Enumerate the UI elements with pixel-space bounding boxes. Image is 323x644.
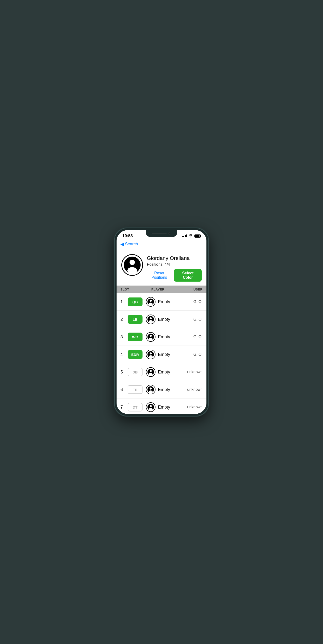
back-button[interactable]: ◀ Search [120, 241, 138, 247]
user-label: unknown [179, 405, 203, 409]
avatar-silhouette-icon [124, 256, 141, 274]
status-time: 10:53 [122, 234, 133, 238]
position-badge[interactable]: TE [128, 385, 142, 394]
position-badge[interactable]: LB [128, 315, 142, 324]
profile-positions: Positions: 4/4 [147, 262, 202, 267]
header-slot: SLOT [120, 288, 132, 291]
table-row[interactable]: 3 WR Empty G. O. [117, 328, 206, 346]
user-label: unknown [179, 388, 203, 392]
slot-number: 7 [120, 405, 128, 410]
speaker [152, 233, 167, 234]
wifi-icon [189, 234, 193, 238]
position-badge[interactable]: QB [128, 298, 142, 306]
player-avatar [146, 297, 155, 306]
player-name: Empty [158, 352, 179, 357]
player-avatar-icon [147, 386, 154, 393]
table-row[interactable]: 4 EDR Empty G. O. [117, 346, 206, 363]
slot-number: 6 [120, 387, 128, 392]
header-user: USER [179, 288, 203, 291]
svg-point-19 [150, 388, 152, 390]
player-avatar-icon [147, 316, 154, 323]
player-avatar [146, 402, 155, 412]
notch [146, 230, 177, 237]
position-badge[interactable]: EDR [128, 350, 142, 359]
player-avatar [146, 367, 155, 377]
position-badge[interactable]: DB [128, 368, 142, 376]
user-label: G. O. [179, 335, 203, 339]
select-color-button[interactable]: Select Color [174, 269, 202, 282]
player-avatar [146, 332, 155, 342]
table-row[interactable]: 7 DT Empty unknown [117, 398, 206, 414]
player-name: Empty [158, 317, 179, 322]
slot-number: 5 [120, 370, 128, 375]
back-arrow-icon: ◀ [120, 241, 124, 247]
battery-icon [194, 234, 201, 238]
table-body: 1 QB Empty G. O. 2 LB Empty [117, 293, 206, 414]
player-avatar-icon [147, 334, 154, 340]
slot-number: 4 [120, 352, 128, 357]
table-row[interactable]: 1 QB Empty G. O. [117, 293, 206, 311]
svg-point-22 [150, 405, 152, 407]
phone-inner: 10:53 ◀ S [117, 230, 206, 414]
svg-point-10 [150, 335, 152, 337]
player-avatar [146, 314, 155, 324]
slot-number: 3 [120, 334, 128, 340]
svg-point-7 [150, 317, 152, 319]
svg-point-1 [130, 260, 135, 265]
table-row[interactable]: 6 TE Empty unknown [117, 381, 206, 398]
slot-number: 2 [120, 317, 128, 322]
phone-frame: 10:53 ◀ S [115, 228, 208, 416]
front-camera [168, 232, 171, 235]
back-label: Search [125, 242, 138, 246]
profile-avatar [121, 254, 143, 276]
user-label: G. O. [179, 300, 203, 304]
position-badge[interactable]: DT [128, 403, 142, 412]
position-badge[interactable]: WR [128, 332, 142, 341]
player-avatar-icon [147, 404, 154, 410]
player-name: Empty [158, 387, 179, 392]
svg-point-4 [150, 300, 152, 302]
profile-section: Giordany Orellana Positions: 4/4 Reset P… [117, 250, 206, 286]
signal-icon [182, 234, 187, 237]
header-player: PLAYER [132, 288, 179, 291]
player-name: Empty [158, 405, 179, 410]
player-name: Empty [158, 370, 179, 375]
svg-point-16 [150, 370, 152, 372]
profile-info: Giordany Orellana Positions: 4/4 Reset P… [147, 254, 202, 282]
user-label: unknown [179, 370, 203, 374]
player-avatar-icon [147, 351, 154, 358]
table-header: SLOT PLAYER USER [117, 286, 206, 293]
table-row[interactable]: 2 LB Empty G. O. [117, 311, 206, 328]
screen-content: Giordany Orellana Positions: 4/4 Reset P… [117, 250, 206, 414]
reset-positions-button[interactable]: Reset Positions [147, 271, 172, 280]
player-name: Empty [158, 334, 179, 340]
user-label: G. O. [179, 317, 203, 322]
player-avatar-icon [147, 298, 154, 305]
player-name: Empty [158, 300, 179, 304]
status-icons [182, 234, 201, 238]
table-row[interactable]: 5 DB Empty unknown [117, 363, 206, 381]
battery-fill [195, 235, 200, 237]
profile-actions: Reset Positions Select Color [147, 269, 202, 282]
slot-number: 1 [120, 300, 128, 304]
player-avatar [146, 385, 155, 394]
profile-name: Giordany Orellana [147, 255, 202, 262]
player-avatar [146, 350, 155, 359]
user-label: G. O. [179, 352, 203, 357]
nav-bar: ◀ Search [117, 240, 206, 250]
player-avatar-icon [147, 369, 154, 376]
svg-point-13 [150, 352, 152, 354]
